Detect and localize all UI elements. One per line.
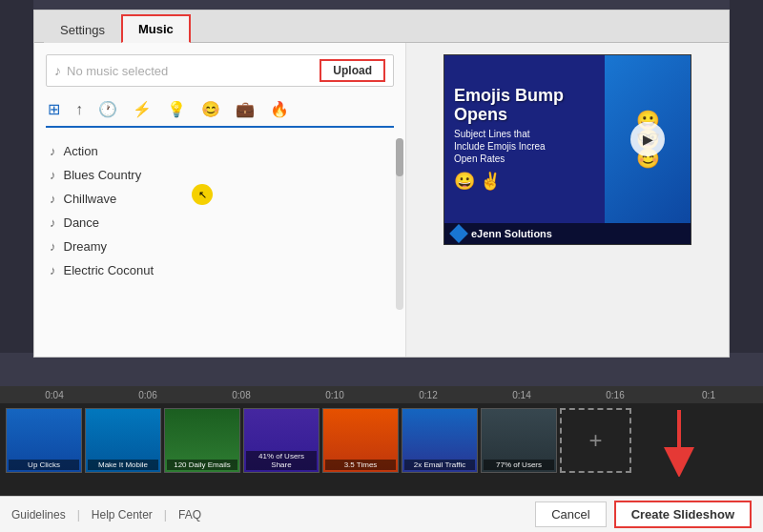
footer-bar: Guidelines | Help Center | FAQ Cancel Cr… (0, 496, 763, 532)
ruler-tick: 0:10 (288, 390, 382, 400)
clip-item[interactable]: Up Clicks (6, 408, 82, 473)
category-icons-row: ⊞ ↑ 🕐 ⚡ 💡 😊 💼 🔥 (46, 98, 394, 128)
music-note-icon: ♪ (50, 144, 56, 158)
tab-music[interactable]: Music (121, 14, 191, 43)
cancel-button[interactable]: Cancel (535, 501, 606, 527)
main-panel: Settings Music ♪ No music selected Uploa… (33, 10, 730, 358)
add-clip-button[interactable]: + (560, 408, 631, 473)
right-sidebar (730, 0, 763, 353)
video-content: Emojis Bump Opens Subject Lines that Inc… (444, 55, 691, 244)
panel-content: ♪ No music selected Upload ⊞ ↑ 🕐 ⚡ 💡 😊 💼… (34, 43, 729, 357)
music-section: ♪ No music selected Upload ⊞ ↑ 🕐 ⚡ 💡 😊 💼… (34, 43, 406, 357)
cat-icon-grid[interactable]: ⊞ (46, 98, 62, 120)
music-note-icon: ♪ (54, 63, 61, 78)
preview-section: Emojis Bump Opens Subject Lines that Inc… (406, 43, 729, 357)
ruler-tick: 0:16 (568, 390, 662, 400)
cat-icon-hot[interactable]: 🔥 (268, 98, 291, 120)
footer-links: Guidelines | Help Center | FAQ (11, 508, 201, 522)
music-search-bar: ♪ No music selected Upload (46, 54, 394, 87)
tab-settings[interactable]: Settings (44, 16, 121, 43)
timeline-ruler: 0:04 0:06 0:08 0:10 0:12 0:14 0:16 0:1 (0, 386, 763, 403)
clip-item[interactable]: 77% of Users (481, 408, 557, 473)
clip-label: 2x Email Traffic (404, 460, 475, 470)
ruler-tick: 0:06 (101, 390, 195, 400)
create-slideshow-button[interactable]: Create Slideshow (614, 501, 752, 528)
video-bottom-bar: eJenn Solutions (444, 223, 691, 244)
cat-icon-mood[interactable]: 💡 (165, 98, 188, 120)
left-sidebar (0, 0, 33, 353)
clip-label: Up Clicks (9, 460, 79, 470)
music-list: ♪ Action ♪ Blues Country ♪ Chillwave ♪ D… (46, 139, 394, 282)
music-placeholder: No music selected (67, 64, 320, 78)
music-note-icon: ♪ (50, 263, 56, 277)
cat-icon-upload[interactable]: ↑ (73, 99, 85, 120)
video-preview: Emojis Bump Opens Subject Lines that Inc… (443, 54, 691, 245)
list-item[interactable]: ♪ Action (46, 139, 394, 163)
play-button[interactable]: ▶ (630, 122, 665, 156)
scrollbar[interactable] (396, 138, 403, 310)
footer-link-guidelines[interactable]: Guidelines (11, 508, 66, 522)
clip-label: Make It Mobile (88, 460, 158, 470)
list-item[interactable]: ♪ Chillwave (46, 187, 394, 211)
tabs-row: Settings Music (34, 10, 729, 43)
footer-separator: | (77, 508, 80, 522)
red-arrow-annotation (650, 410, 698, 480)
cat-icon-happy[interactable]: 😊 (199, 98, 222, 120)
footer-separator: | (164, 508, 167, 522)
music-note-icon: ♪ (50, 192, 56, 206)
upload-button[interactable]: Upload (320, 59, 385, 82)
ruler-tick: 0:1 (662, 390, 755, 400)
video-emoji-line: 😀 ✌️ (454, 171, 595, 192)
list-item[interactable]: ♪ Dance (46, 211, 394, 235)
clip-item[interactable]: 2x Email Traffic (402, 408, 478, 473)
clip-label: 3.5 Times (325, 460, 396, 470)
footer-link-helpcenter[interactable]: Help Center (92, 508, 153, 522)
timeline-clips: Up Clicks Make It Mobile 120 Daily Email… (0, 403, 763, 478)
scroll-thumb[interactable] (396, 138, 403, 176)
clip-item[interactable]: 41% of Users Share (243, 408, 320, 473)
cursor-indicator: ↖ (192, 184, 213, 205)
music-note-icon: ♪ (50, 239, 56, 254)
video-emoji-area: 😀🤓😊 ▶ (605, 55, 691, 223)
music-note-icon: ♪ (50, 215, 56, 230)
brand-name: eJenn Solutions (471, 228, 552, 239)
clip-item[interactable]: 120 Daily Emails (164, 408, 240, 473)
footer-actions: Cancel Create Slideshow (535, 501, 752, 528)
video-main-area: Emojis Bump Opens Subject Lines that Inc… (444, 55, 691, 223)
timeline-section: 0:04 0:06 0:08 0:10 0:12 0:14 0:16 0:1 U… (0, 386, 763, 496)
cat-icon-work[interactable]: 💼 (234, 98, 257, 120)
video-subtitle: Subject Lines that Include Emojis Increa… (454, 128, 595, 165)
clip-item[interactable]: 3.5 Times (322, 408, 399, 473)
list-item[interactable]: ♪ Blues Country (46, 163, 394, 187)
ruler-tick: 0:12 (382, 390, 475, 400)
list-item[interactable]: ♪ Electric Coconut (46, 258, 394, 282)
ruler-tick: 0:08 (195, 390, 288, 400)
ruler-tick: 0:04 (8, 390, 101, 400)
ruler-tick: 0:14 (475, 390, 568, 400)
cat-icon-trending[interactable]: ⚡ (131, 98, 154, 120)
clip-label: 41% of Users Share (246, 451, 317, 470)
clip-label: 120 Daily Emails (167, 460, 237, 470)
clip-item[interactable]: Make It Mobile (85, 408, 161, 473)
video-title: Emojis Bump Opens (454, 87, 595, 125)
music-note-icon: ♪ (50, 168, 56, 182)
clip-label: 77% of Users (484, 460, 554, 470)
footer-link-faq[interactable]: FAQ (178, 508, 201, 522)
list-item[interactable]: ♪ Dreamy (46, 235, 394, 258)
brand-diamond-icon (449, 224, 468, 243)
video-text-area: Emojis Bump Opens Subject Lines that Inc… (444, 55, 605, 223)
cat-icon-recent[interactable]: 🕐 (96, 98, 119, 120)
